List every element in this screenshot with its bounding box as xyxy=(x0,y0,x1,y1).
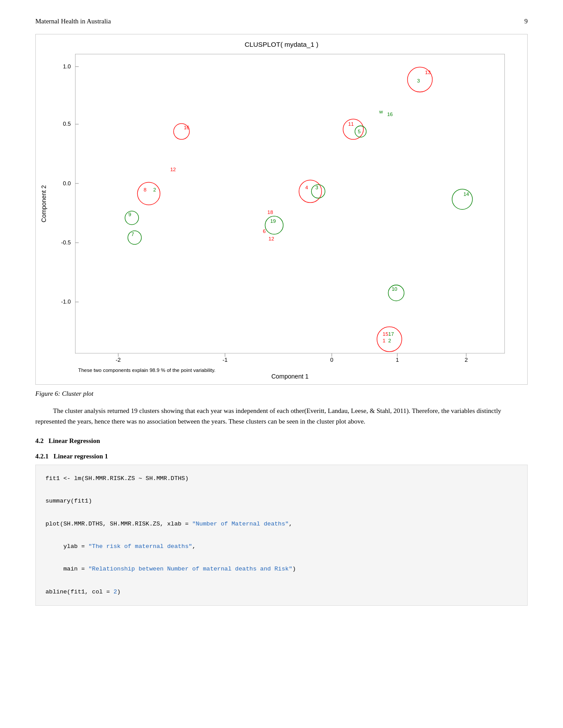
code-block: fit1 <- lm(SH.MMR.RISK.ZS ~ SH.MMR.DTHS)… xyxy=(35,465,528,606)
point-10: 10 xyxy=(392,286,397,292)
x-tick-1: -2 xyxy=(116,356,121,363)
y-tick-1: 1.0 xyxy=(63,63,71,70)
point-14: 14 xyxy=(463,191,469,197)
point-8: 8 xyxy=(144,187,146,192)
code-line-1: fit1 <- lm(SH.MMR.RISK.ZS ~ SH.MMR.DTHS)… xyxy=(45,475,296,595)
y-axis-label: Component 2 xyxy=(40,185,47,222)
point-w: w xyxy=(379,109,383,114)
point-7: 7 xyxy=(131,232,134,237)
point-4: 4 xyxy=(305,185,308,190)
point-12a: 12 xyxy=(170,167,176,172)
point-5: 5 xyxy=(358,129,360,134)
point-2a: 2 xyxy=(153,187,156,192)
point-9: 9 xyxy=(128,212,131,217)
point-11: 11 xyxy=(348,121,354,127)
y-tick-2: 0.5 xyxy=(63,120,71,127)
chart-container: CLUSPLOT( mydata_1 ) Component 2 Compone… xyxy=(35,34,528,385)
point-6: 6 xyxy=(263,229,265,234)
point-2b: 2 xyxy=(388,338,391,344)
y-tick-4: -0.5 xyxy=(61,239,71,246)
section-42-heading: 4.2 Linear Regression xyxy=(35,437,528,445)
point-3a: 3 xyxy=(417,78,420,83)
chart-title: CLUSPLOT( mydata_1 ) xyxy=(245,41,318,48)
x-tick-2: -1 xyxy=(223,356,227,363)
point-16b: 16 xyxy=(387,112,393,117)
point-15: 15 xyxy=(382,331,388,337)
point-18: 18 xyxy=(268,210,273,215)
figure-caption: Figure 6: Cluster plot xyxy=(35,390,528,398)
chart-footnote: These two components explain 98.9 % of t… xyxy=(78,368,215,373)
y-tick-5: -1.0 xyxy=(61,298,71,305)
point-1: 1 xyxy=(382,338,385,344)
point-19: 19 xyxy=(270,218,276,224)
x-axis-label: Component 1 xyxy=(271,373,309,380)
x-tick-5: 2 xyxy=(465,356,468,363)
cluster-plot-svg: CLUSPLOT( mydata_1 ) Component 2 Compone… xyxy=(36,34,527,384)
body-paragraph: The cluster analysis returned 19 cluster… xyxy=(35,405,528,427)
y-tick-3: 0.0 xyxy=(63,180,71,187)
point-13: 13 xyxy=(425,70,431,75)
point-16: 16 xyxy=(184,125,189,130)
x-tick-4: 1 xyxy=(396,356,399,363)
page-number: 9 xyxy=(525,18,528,25)
page-title: Maternal Health in Australia xyxy=(35,18,111,25)
svg-rect-0 xyxy=(76,54,505,353)
point-17: 17 xyxy=(388,331,394,337)
section-421-heading: 4.2.1 Linear regression 1 xyxy=(35,453,528,460)
x-tick-3: 0 xyxy=(330,356,333,363)
point-3b: 3 xyxy=(315,185,318,190)
page-header: Maternal Health in Australia 9 xyxy=(35,18,528,25)
point-12b: 12 xyxy=(268,236,274,241)
